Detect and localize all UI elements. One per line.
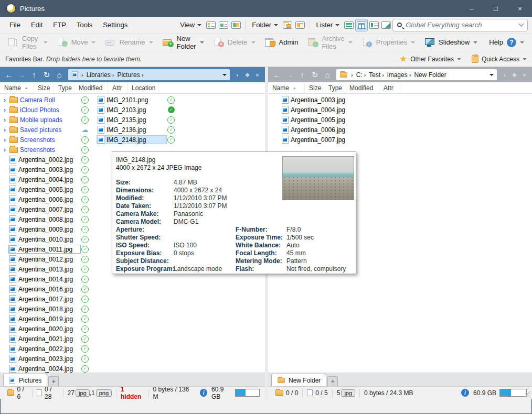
home-button[interactable]: ⌂ [54, 70, 65, 79]
file-row[interactable]: › Argentina_0019.jpg [1, 314, 89, 324]
breadcrumb-segment[interactable]: › Libraries [80, 71, 111, 79]
view-menu-button[interactable]: View [177, 21, 205, 29]
close-button[interactable]: × [508, 0, 532, 17]
refresh-button[interactable]: ↻ [309, 70, 321, 80]
tab-pictures[interactable]: Pictures [3, 374, 47, 386]
toolbar-button[interactable]: Admin [260, 36, 303, 49]
expand-icon[interactable]: › [1, 126, 8, 134]
file-row[interactable]: › Argentina_0008.jpg [1, 214, 89, 224]
column-header[interactable]: Location [127, 82, 159, 93]
file-name-cell[interactable]: Argentina_0018.jpg [8, 304, 81, 313]
global-search-box[interactable] [392, 19, 528, 31]
folder-tree-button[interactable] [281, 19, 294, 31]
column-header[interactable]: Name ▴ [0, 82, 34, 93]
chevron-down-icon[interactable] [348, 41, 353, 43]
tab-new-folder[interactable]: New Folder [271, 374, 326, 386]
lister-tree-button[interactable] [368, 19, 380, 31]
file-name-cell[interactable]: Argentina_0010.jpg [8, 235, 81, 244]
chevron-down-icon[interactable] [411, 41, 415, 43]
lister-dual-button[interactable] [355, 19, 368, 31]
toolbar-button[interactable]: Copy Files [3, 32, 52, 52]
info-icon[interactable]: i [200, 389, 207, 397]
file-row[interactable]: › Argentina_0005.jpg [1, 184, 89, 194]
expand-icon[interactable]: › [1, 116, 8, 124]
file-row[interactable]: › Camera Roll [1, 95, 89, 105]
file-row[interactable]: › Argentina_0006.jpg [1, 194, 89, 204]
forward-button[interactable]: → [284, 70, 295, 79]
file-row[interactable]: › Argentina_0017.jpg [1, 294, 89, 304]
file-name-cell[interactable]: Saved pictures [8, 125, 81, 134]
file-row[interactable]: Argentina_0006.jpg [281, 125, 386, 135]
file-row[interactable]: Argentina_0005.jpg [281, 115, 386, 125]
forward-button[interactable]: → [16, 70, 27, 79]
breadcrumb-segment[interactable]: › C: [349, 71, 363, 79]
chevron-down-icon[interactable] [519, 21, 524, 27]
file-row[interactable]: IMG_2135.jpg [97, 115, 175, 125]
file-row[interactable]: › iCloud Photos [1, 105, 89, 115]
file-row[interactable]: › Argentina_0002.jpg [1, 155, 89, 165]
column-header[interactable]: Attr [379, 82, 400, 93]
file-name-cell[interactable]: Argentina_0003.jpg [8, 165, 81, 174]
file-row[interactable]: IMG_2148.jpg [97, 135, 175, 145]
expand-icon[interactable]: › [1, 106, 8, 114]
view-list-button[interactable] [217, 19, 230, 31]
up-button[interactable]: ↑ [28, 70, 40, 79]
other-favorites-button[interactable]: Other Favorites [410, 56, 454, 63]
file-row[interactable]: › Argentina_0022.jpg [1, 344, 89, 354]
file-name-cell[interactable]: Argentina_0004.jpg [281, 105, 386, 114]
file-name-cell[interactable]: Argentina_0007.jpg [281, 135, 386, 144]
breadcrumb-segment[interactable]: › Pictures [111, 71, 140, 79]
file-name-cell[interactable]: Argentina_0006.jpg [281, 125, 386, 134]
file-name-cell[interactable]: IMG_2136.jpg [97, 125, 167, 134]
chevron-down-icon[interactable] [457, 58, 461, 60]
pane-split-button[interactable]: ◆ [243, 71, 252, 78]
file-row[interactable]: › Argentina_0010.jpg [1, 234, 89, 244]
file-name-cell[interactable]: IMG_2148.jpg [97, 135, 167, 144]
back-button[interactable]: ← [271, 70, 283, 79]
pane-split-button[interactable]: ◆ [510, 71, 519, 78]
folder-split-button[interactable] [294, 19, 306, 31]
pane-swap-button[interactable]: ◗ [233, 72, 242, 78]
file-row[interactable]: Argentina_0004.jpg [281, 105, 386, 115]
breadcrumb-segment[interactable]: › New Folder [408, 71, 446, 79]
path-dropdown-icon[interactable] [222, 74, 227, 76]
file-row[interactable]: › Argentina_0024.jpg [1, 364, 89, 373]
info-icon[interactable]: i [461, 389, 469, 397]
breadcrumb-label[interactable]: Pictures [117, 71, 140, 79]
pane-swap-button[interactable]: ◖ [500, 72, 509, 78]
breadcrumb-segment[interactable]: › [140, 72, 147, 78]
breadcrumb-label[interactable]: C: [356, 71, 363, 79]
file-row[interactable]: › Argentina_0012.jpg [1, 254, 89, 264]
menu-item[interactable]: FTP [48, 21, 71, 29]
column-header[interactable]: Modified [345, 82, 379, 93]
file-row[interactable]: › Argentina_0003.jpg [1, 165, 89, 175]
file-row[interactable]: › Argentina_0021.jpg [1, 334, 89, 344]
file-name-cell[interactable]: Argentina_0013.jpg [8, 265, 81, 274]
chevron-down-icon[interactable] [91, 41, 95, 43]
file-row[interactable]: › Argentina_0013.jpg [1, 264, 89, 274]
file-name-cell[interactable]: Argentina_0005.jpg [281, 115, 386, 124]
right-breadcrumb[interactable]: › C: › Test › images › New Folder [336, 69, 497, 80]
file-name-cell[interactable]: Screenshots [8, 135, 81, 144]
chevron-down-icon[interactable] [520, 41, 524, 43]
minimize-button[interactable]: – [460, 0, 484, 17]
toolbar-button[interactable]: New Folder [158, 32, 209, 52]
toolbar-button[interactable]: Archive Files [303, 32, 357, 52]
file-row[interactable]: Argentina_0007.jpg [281, 135, 386, 145]
new-tab-button[interactable]: + [327, 376, 338, 386]
file-row[interactable]: › Mobile uploads [1, 115, 89, 125]
path-dropdown-icon[interactable] [490, 74, 494, 76]
toolbar-button[interactable]: Delete [209, 36, 260, 49]
file-name-cell[interactable]: Mobile uploads [8, 115, 81, 124]
file-name-cell[interactable]: IMG_2103.jpg [97, 105, 167, 114]
chevron-down-icon[interactable] [523, 58, 527, 60]
lister-single-button[interactable] [343, 19, 355, 31]
breadcrumb-label[interactable]: Test [369, 71, 380, 79]
column-header[interactable]: Modified [75, 82, 108, 93]
file-name-cell[interactable]: Screenshots [8, 145, 81, 154]
file-name-cell[interactable]: Argentina_0022.jpg [8, 344, 81, 353]
toolbar-button[interactable]: Slideshow [420, 36, 482, 49]
file-row[interactable]: IMG_2136.jpg [97, 125, 175, 135]
file-name-cell[interactable]: Argentina_0017.jpg [8, 295, 81, 303]
column-header[interactable]: Name ▴ [268, 82, 305, 93]
